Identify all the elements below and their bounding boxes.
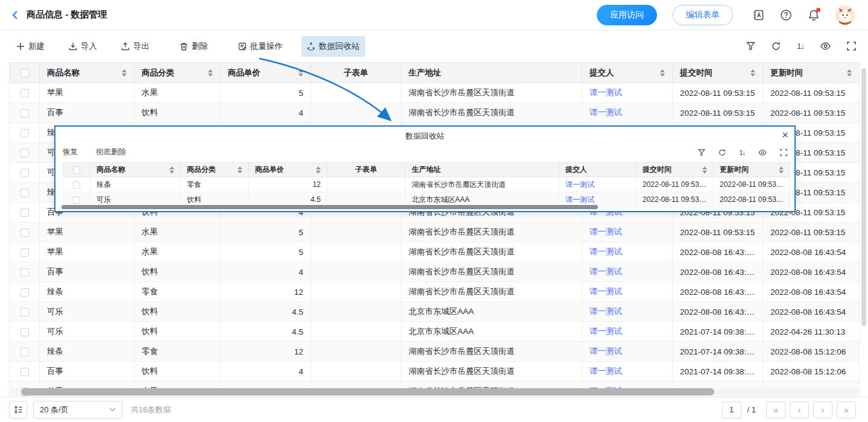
last-page-button[interactable]: » [837, 402, 856, 418]
column-header-price[interactable]: 商品单价 [249, 163, 327, 177]
first-page-button[interactable]: « [766, 402, 785, 418]
select-all-checkbox[interactable] [20, 69, 29, 77]
submitter-link[interactable]: 谭一测试 [590, 267, 622, 276]
horizontal-scrollbar[interactable] [21, 388, 714, 395]
submitter-link[interactable]: 谭一测试 [590, 327, 622, 336]
recycle-bin-modal: 数据回收站 × 恢复 彻底删除 1↓ 商品名称商品分类商品单价子表单生产地址提交… [54, 125, 796, 212]
submitter-link[interactable]: 谭一测试 [565, 180, 594, 189]
notification-bell-icon[interactable] [808, 9, 820, 21]
sort-icon[interactable] [311, 166, 321, 174]
sort-icon[interactable] [697, 166, 707, 174]
toolbar-button-new[interactable]: 新建 [11, 36, 50, 57]
modal-horizontal-scrollbar[interactable] [61, 205, 598, 209]
column-header-name[interactable]: 商品名称 [40, 63, 134, 83]
row-checkbox[interactable] [20, 189, 29, 197]
sort-icon[interactable] [117, 69, 127, 77]
row-checkbox[interactable] [20, 328, 29, 336]
sort-icon[interactable] [233, 166, 242, 174]
submitter-link[interactable]: 谭一测试 [590, 108, 622, 117]
row-checkbox[interactable] [20, 368, 29, 376]
submitter-link[interactable]: 谭一测试 [565, 195, 594, 204]
refresh-icon[interactable] [719, 149, 726, 156]
sort-icon[interactable] [655, 69, 665, 77]
purge-button[interactable]: 彻底删除 [96, 147, 126, 157]
fullscreen-icon[interactable] [780, 149, 787, 156]
sort-icon[interactable] [746, 69, 755, 77]
column-header-price[interactable]: 商品单价 [221, 63, 311, 83]
row-checkbox[interactable] [20, 228, 29, 237]
column-header-update-time[interactable]: 更新时间 [714, 163, 790, 177]
filter-icon[interactable] [698, 149, 705, 156]
toolbar-button-import[interactable]: 导入 [63, 36, 102, 57]
page-size-select[interactable]: 20 条/页 [33, 401, 122, 419]
sort-icon[interactable] [842, 69, 852, 77]
row-checkbox[interactable] [20, 348, 29, 356]
table-row: 辣条零食12湖南省长沙市岳麓区天顶街道谭一测试2022-08-11 09:53:… [63, 177, 790, 192]
row-checkbox[interactable] [20, 169, 29, 177]
submitter-link[interactable]: 谭一测试 [590, 227, 622, 236]
back-icon[interactable] [11, 10, 20, 20]
row-height-icon[interactable] [9, 401, 27, 419]
filter-icon[interactable] [746, 42, 755, 51]
row-checkbox[interactable] [20, 129, 29, 137]
column-header-update-time[interactable]: 更新时间 [763, 63, 860, 83]
row-checkbox[interactable] [20, 248, 29, 257]
column-visibility-icon[interactable] [820, 42, 831, 51]
submitter-link[interactable]: 谭一测试 [590, 247, 622, 256]
submitter-link[interactable]: 谭一测试 [590, 347, 622, 356]
row-checkbox[interactable] [73, 181, 80, 189]
submitter-link[interactable]: 谭一测试 [590, 367, 622, 376]
column-header-submit-time[interactable]: 提交时间 [637, 163, 714, 177]
sort-icon[interactable] [294, 69, 303, 77]
sort-icon[interactable] [203, 69, 213, 77]
current-page-input[interactable]: 1 [722, 402, 741, 418]
row-checkbox[interactable] [20, 109, 29, 118]
edit-form-button[interactable]: 编辑表单 [673, 5, 733, 25]
column-header-category[interactable]: 商品分类 [134, 63, 221, 83]
avatar[interactable] [835, 5, 855, 25]
sort-icon[interactable] [165, 166, 174, 174]
row-checkbox[interactable] [20, 308, 29, 316]
row-checkbox[interactable] [20, 209, 29, 217]
sort-order-icon[interactable]: 1↓ [739, 149, 745, 156]
column-header-name[interactable]: 商品名称 [90, 163, 181, 177]
row-checkbox[interactable] [20, 89, 29, 98]
table-row: 辣条零食12湖南省长沙市岳麓区天顶街道谭一测试2021-07-14 09:38:… [10, 342, 860, 362]
close-icon[interactable]: × [782, 129, 788, 140]
toolbar-button-label: 批量操作 [250, 41, 283, 52]
vertical-scrollbar[interactable] [861, 68, 866, 326]
row-checkbox[interactable] [20, 268, 29, 277]
prev-page-button[interactable]: ‹ [790, 402, 809, 418]
help-icon[interactable] [780, 9, 792, 21]
next-page-button[interactable]: › [813, 402, 832, 418]
restore-button[interactable]: 恢复 [63, 147, 78, 157]
refresh-icon[interactable] [772, 42, 781, 51]
sort-icon[interactable] [774, 166, 784, 174]
chevron-down-icon [109, 408, 116, 412]
cell-price: 5 [221, 222, 311, 242]
toolbar-button-export[interactable]: 导出 [116, 36, 155, 57]
language-dictionary-icon[interactable] [752, 9, 764, 21]
row-checkbox[interactable] [20, 149, 29, 157]
cell-name: 辣条 [90, 177, 181, 192]
cell-price: 4.5 [221, 302, 311, 322]
app-access-button[interactable]: 应用访问 [597, 5, 657, 25]
header-row: 商品名称商品分类商品单价子表单生产地址提交人提交时间更新时间 [10, 63, 860, 83]
toolbar-button-batch[interactable]: 批量操作 [233, 36, 288, 57]
row-checkbox[interactable] [73, 197, 80, 204]
fullscreen-icon[interactable] [847, 42, 856, 51]
cell-address: 湖南省长沙市岳麓区天顶街道 [401, 83, 582, 103]
column-visibility-icon[interactable] [758, 149, 767, 156]
sort-order-icon[interactable]: 1↓ [797, 42, 804, 51]
toolbar-button-delete[interactable]: 删除 [174, 36, 213, 57]
column-header-category[interactable]: 商品分类 [181, 163, 249, 177]
row-checkbox[interactable] [20, 288, 29, 297]
column-header-submitter[interactable]: 提交人 [582, 63, 673, 83]
column-header-submit-time[interactable]: 提交时间 [673, 63, 763, 83]
cell-price: 4 [221, 362, 311, 382]
submitter-link[interactable]: 谭一测试 [590, 287, 622, 296]
submitter-link[interactable]: 谭一测试 [590, 88, 622, 97]
submitter-link[interactable]: 谭一测试 [590, 307, 622, 316]
select-all-checkbox[interactable] [73, 166, 80, 174]
toolbar-button-recycle[interactable]: 数据回收站 [301, 36, 365, 57]
